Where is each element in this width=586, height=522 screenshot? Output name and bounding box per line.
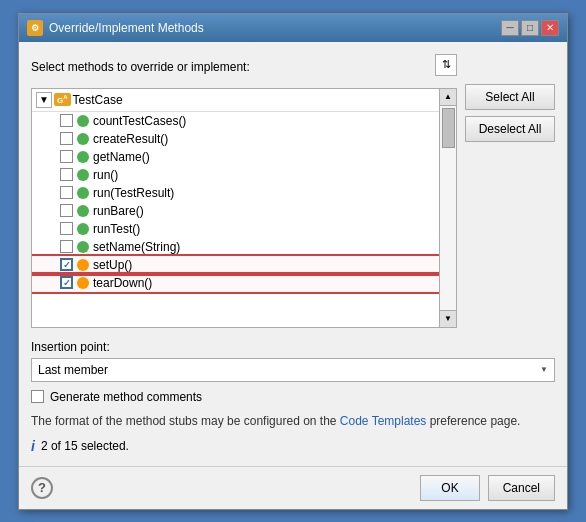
status-count: 2 of 15 selected. <box>41 439 129 453</box>
method-icon-1 <box>77 133 89 145</box>
help-button[interactable]: ? <box>31 477 53 499</box>
close-button[interactable]: ✕ <box>541 20 559 36</box>
item-checkbox-4[interactable] <box>60 186 73 199</box>
tree-root-label: TestCase <box>73 93 123 107</box>
minimize-button[interactable]: ─ <box>501 20 519 36</box>
item-checkbox-7[interactable] <box>60 240 73 253</box>
item-label-7: setName(String) <box>93 240 180 254</box>
title-bar: ⚙ Override/Implement Methods ─ □ ✕ <box>19 14 567 42</box>
method-icon-5 <box>77 205 89 217</box>
insertion-combo[interactable]: Last member ▼ <box>31 358 555 382</box>
list-wrapper: ▼ GA TestCase countTestCases() <box>31 88 457 328</box>
tree-item-setUp[interactable]: setUp() <box>32 256 439 274</box>
item-label-4: run(TestResult) <box>93 186 174 200</box>
scroll-down-btn[interactable]: ▼ <box>440 310 456 327</box>
tree-item[interactable]: run() <box>32 166 439 184</box>
class-badge: GA <box>54 93 71 106</box>
generate-comments-checkbox[interactable] <box>31 390 44 403</box>
info-text-1: The format of the method stubs may be co… <box>31 414 340 428</box>
tree-item[interactable]: countTestCases() <box>32 112 439 130</box>
ok-cancel-buttons: OK Cancel <box>420 475 555 501</box>
item-label-3: run() <box>93 168 118 182</box>
dialog-body: Select methods to override or implement:… <box>19 42 567 466</box>
item-label-8: setUp() <box>93 258 132 272</box>
info-text-2: preference page. <box>426 414 520 428</box>
bottom-bar: ? OK Cancel <box>19 466 567 509</box>
info-icon: i <box>31 438 35 454</box>
top-section: Select methods to override or implement:… <box>31 54 555 328</box>
scroll-up-btn[interactable]: ▲ <box>440 89 456 106</box>
tree-item-tearDown[interactable]: tearDown() <box>32 274 439 292</box>
item-checkbox-6[interactable] <box>60 222 73 235</box>
item-checkbox-1[interactable] <box>60 132 73 145</box>
item-checkbox-9[interactable] <box>60 276 73 289</box>
item-checkbox-5[interactable] <box>60 204 73 217</box>
info-text: The format of the method stubs may be co… <box>31 412 555 430</box>
method-icon-7 <box>77 241 89 253</box>
scroll-thumb[interactable] <box>442 108 455 148</box>
tree-content: countTestCases() createResult() getName( <box>32 112 439 327</box>
tree-item[interactable]: runBare() <box>32 202 439 220</box>
maximize-button[interactable]: □ <box>521 20 539 36</box>
tree-item[interactable]: setName(String) <box>32 238 439 256</box>
tree-collapse-btn[interactable]: ▼ <box>36 92 52 108</box>
method-icon-8 <box>77 259 89 271</box>
item-checkbox-8[interactable] <box>60 258 73 271</box>
combo-arrow-icon: ▼ <box>540 365 548 374</box>
generate-comments-row[interactable]: Generate method comments <box>31 390 555 404</box>
method-icon-6 <box>77 223 89 235</box>
dialog-title: Override/Implement Methods <box>49 21 495 35</box>
item-checkbox-2[interactable] <box>60 150 73 163</box>
insertion-section: Insertion point: Last member ▼ <box>31 336 555 382</box>
generate-comments-label: Generate method comments <box>50 390 202 404</box>
code-templates-link[interactable]: Code Templates <box>340 414 427 428</box>
method-icon-4 <box>77 187 89 199</box>
override-implement-dialog: ⚙ Override/Implement Methods ─ □ ✕ Selec… <box>18 13 568 510</box>
tree-root-row[interactable]: ▼ GA TestCase <box>32 89 439 112</box>
ok-button[interactable]: OK <box>420 475 479 501</box>
tree-item[interactable]: getName() <box>32 148 439 166</box>
tree-item[interactable]: runTest() <box>32 220 439 238</box>
expand-tree-button[interactable]: ⇅ <box>435 54 457 76</box>
item-label-9: tearDown() <box>93 276 152 290</box>
tree-item[interactable]: createResult() <box>32 130 439 148</box>
list-container: Select methods to override or implement:… <box>31 54 457 328</box>
item-label-1: createResult() <box>93 132 168 146</box>
method-icon-9 <box>77 277 89 289</box>
tree-item[interactable]: run(TestResult) <box>32 184 439 202</box>
item-label-5: runBare() <box>93 204 144 218</box>
right-buttons: Select All Deselect All <box>465 54 555 142</box>
status-row: i 2 of 15 selected. <box>31 438 555 454</box>
window-controls: ─ □ ✕ <box>501 20 559 36</box>
insertion-label: Insertion point: <box>31 340 555 354</box>
method-icon-3 <box>77 169 89 181</box>
select-all-button[interactable]: Select All <box>465 84 555 110</box>
insertion-value: Last member <box>38 363 108 377</box>
item-label-2: getName() <box>93 150 150 164</box>
item-label-6: runTest() <box>93 222 140 236</box>
method-icon-2 <box>77 151 89 163</box>
item-label-0: countTestCases() <box>93 114 186 128</box>
item-checkbox-0[interactable] <box>60 114 73 127</box>
tree-panel: ▼ GA TestCase countTestCases() <box>31 88 440 328</box>
method-icon-0 <box>77 115 89 127</box>
item-checkbox-3[interactable] <box>60 168 73 181</box>
dialog-icon: ⚙ <box>27 20 43 36</box>
list-label: Select methods to override or implement: <box>31 60 250 74</box>
cancel-button[interactable]: Cancel <box>488 475 555 501</box>
scrollbar[interactable]: ▲ ▼ <box>440 88 457 328</box>
deselect-all-button[interactable]: Deselect All <box>465 116 555 142</box>
